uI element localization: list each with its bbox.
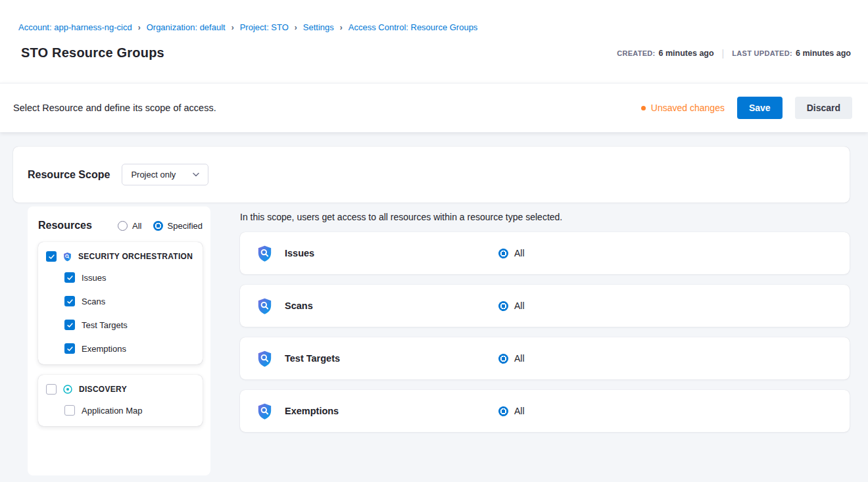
radio-selected-icon[interactable]	[153, 221, 163, 231]
discovery-icon	[62, 384, 73, 395]
item-label: Test Targets	[82, 320, 128, 330]
resource-scope-value: Project only	[131, 170, 176, 180]
access-radio-all[interactable]: All	[498, 248, 525, 258]
access-radio-all[interactable]: All	[498, 406, 525, 416]
access-label: All	[514, 301, 525, 311]
action-toolbar: Select Resource and define its scope of …	[0, 83, 868, 132]
access-radio-all[interactable]: All	[498, 301, 525, 311]
radio-unselected-icon[interactable]	[118, 221, 128, 231]
sto-shield-icon	[256, 350, 274, 368]
page-header: Account: app-harness-ng-cicd › Organizat…	[0, 0, 868, 83]
radio-all-label: All	[132, 221, 141, 231]
access-label: All	[514, 353, 525, 364]
radio-specified-label: Specified	[168, 221, 203, 231]
resource-item-issues[interactable]: Issues	[64, 266, 195, 289]
resource-item-scans[interactable]: Scans	[64, 289, 195, 313]
resource-row-issues: Issues All	[240, 232, 850, 274]
sto-shield-icon	[256, 245, 274, 262]
resource-group-security-orchestration: SECURITY ORCHESTRATION Issues Scans	[38, 242, 203, 364]
resource-scope-card: Resource Scope Project only	[13, 147, 850, 203]
breadcrumb-separator: ›	[295, 23, 297, 32]
unsaved-dot-icon	[641, 106, 646, 110]
chevron-down-icon	[193, 172, 199, 177]
resource-item-application-map[interactable]: Application Map	[64, 398, 195, 422]
resources-panel-title: Resources	[38, 220, 92, 231]
radio-selected-icon[interactable]	[498, 249, 508, 258]
created-value: 6 minutes ago	[659, 49, 714, 58]
checkbox-exemptions[interactable]	[64, 343, 75, 354]
resource-row-label: Test Targets	[285, 353, 498, 364]
sto-shield-icon	[62, 252, 72, 262]
resource-scope-dropdown[interactable]: Project only	[122, 164, 208, 185]
created-label: CREATED:	[617, 49, 655, 57]
resource-row-label: Issues	[285, 248, 498, 258]
breadcrumb-separator: ›	[231, 23, 234, 32]
resource-item-test-targets[interactable]: Test Targets	[64, 313, 195, 337]
checkbox-test-targets[interactable]	[64, 320, 75, 330]
unsaved-changes-indicator: Unsaved changes	[641, 103, 725, 113]
resource-row-test-targets: Test Targets All	[240, 337, 850, 379]
resource-scope-title: Resource Scope	[28, 169, 110, 181]
checkbox-application-map[interactable]	[64, 405, 75, 416]
resource-group-discovery: DISCOVERY Application Map	[38, 375, 203, 426]
radio-selected-icon[interactable]	[498, 301, 508, 311]
discard-button[interactable]: Discard	[795, 97, 852, 119]
breadcrumb-separator: ›	[340, 23, 343, 32]
item-label: Scans	[82, 297, 105, 306]
unsaved-changes-label: Unsaved changes	[651, 103, 725, 113]
main-content: Resource Scope Project only Resources Al…	[0, 132, 868, 475]
item-label: Issues	[82, 273, 107, 283]
radio-all[interactable]: All	[118, 221, 141, 231]
group-label: SECURITY ORCHESTRATION	[78, 252, 193, 261]
radio-selected-icon[interactable]	[498, 354, 508, 364]
item-label: Application Map	[82, 406, 143, 416]
group-label: DISCOVERY	[79, 385, 127, 394]
access-radio-all[interactable]: All	[498, 353, 525, 364]
page-title: STO Resource Groups	[21, 45, 164, 60]
sto-shield-icon	[256, 402, 274, 420]
meta-divider: |	[722, 48, 725, 59]
toolbar-description: Select Resource and define its scope of …	[13, 103, 216, 113]
radio-selected-icon[interactable]	[498, 406, 508, 416]
checkbox-discovery[interactable]	[46, 384, 57, 395]
scope-detail: In this scope, users get access to all r…	[240, 206, 850, 443]
breadcrumb-project[interactable]: Project: STO	[240, 22, 289, 32]
breadcrumb-account[interactable]: Account: app-harness-ng-cicd	[18, 22, 132, 32]
checkbox-security-orchestration[interactable]	[46, 251, 57, 262]
resource-row-label: Scans	[285, 301, 498, 311]
radio-specified[interactable]: Specified	[153, 221, 203, 231]
last-updated-label: LAST UPDATED:	[732, 49, 792, 57]
access-label: All	[514, 406, 525, 416]
sto-shield-icon	[256, 297, 274, 315]
resources-panel: Resources All Specified	[28, 206, 210, 475]
timestamps: CREATED: 6 minutes ago | LAST UPDATED: 6…	[617, 48, 851, 59]
save-button[interactable]: Save	[737, 97, 783, 119]
item-label: Exemptions	[82, 344, 126, 354]
resource-row-scans: Scans All	[240, 285, 850, 327]
resource-item-exemptions[interactable]: Exemptions	[64, 337, 195, 360]
resource-row-exemptions: Exemptions All	[240, 390, 850, 432]
breadcrumb-settings[interactable]: Settings	[303, 22, 334, 32]
breadcrumb: Account: app-harness-ng-cicd › Organizat…	[18, 22, 851, 32]
access-label: All	[514, 248, 525, 258]
checkbox-issues[interactable]	[64, 272, 75, 283]
breadcrumb-separator: ›	[138, 23, 141, 32]
scope-detail-description: In this scope, users get access to all r…	[240, 212, 850, 222]
checkbox-scans[interactable]	[64, 296, 75, 306]
last-updated-value: 6 minutes ago	[796, 49, 851, 58]
breadcrumb-organization[interactable]: Organization: default	[147, 22, 226, 32]
resource-row-label: Exemptions	[285, 406, 498, 416]
breadcrumb-resource-groups[interactable]: Access Control: Resource Groups	[349, 22, 478, 32]
